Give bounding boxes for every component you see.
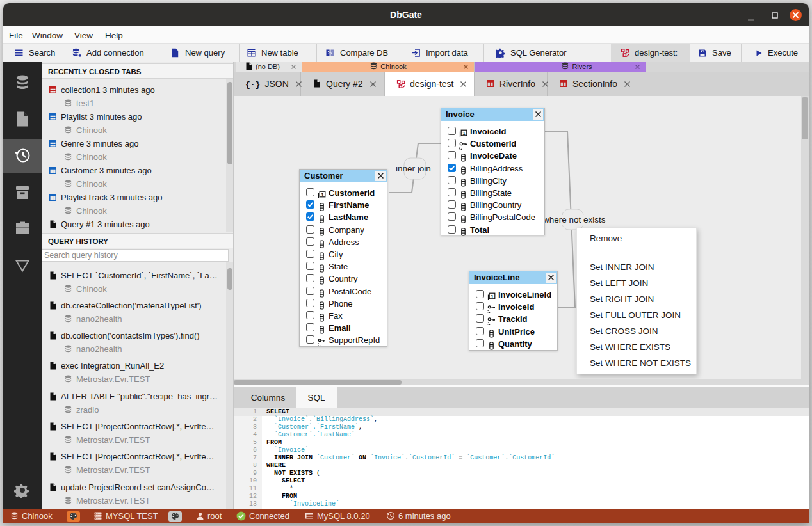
svg-text:1: 1	[462, 131, 466, 136]
svg-text:1: 1	[321, 192, 324, 198]
svg-text:1: 1	[491, 294, 494, 299]
